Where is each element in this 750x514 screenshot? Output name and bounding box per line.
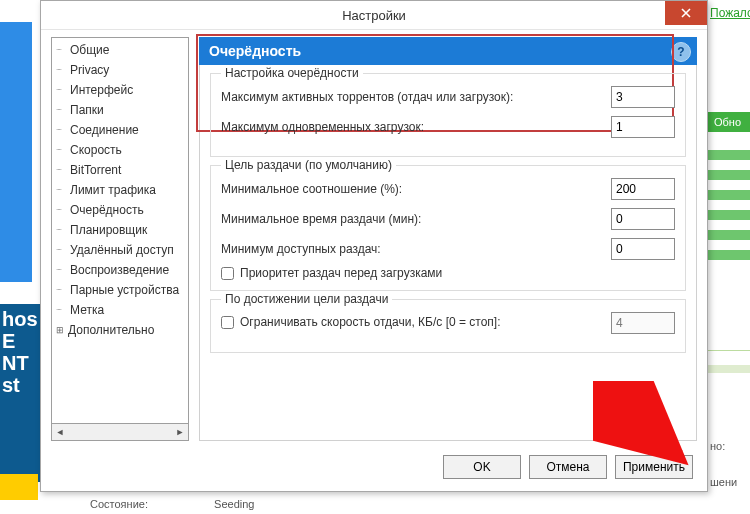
min-seeds-label: Минимум доступных раздач: [221, 242, 611, 256]
tree-item-label: BitTorrent [70, 161, 121, 179]
tree-item-label: Общие [70, 41, 109, 59]
tree-item-label: Папки [70, 101, 104, 119]
titlebar[interactable]: Настройки [41, 1, 707, 30]
tree-item-label: Воспроизведение [70, 261, 169, 279]
tree-item-label: Скорость [70, 141, 122, 159]
tree-item-label: Парные устройства [70, 281, 179, 299]
settings-panel: Очерёдность ? Настройка очерёдности Макс… [199, 37, 697, 441]
tree-item-label: Лимит трафика [70, 181, 156, 199]
tree-node-icon: ···· [56, 101, 70, 119]
bg-progress-bar [705, 230, 750, 240]
tree-item-7[interactable]: ····Лимит трафика [54, 180, 188, 200]
bg-top-link[interactable]: Пожало [710, 6, 750, 20]
scroll-right-icon[interactable]: ► [172, 425, 188, 439]
tree-item-2[interactable]: ····Интерфейс [54, 80, 188, 100]
min-seeds-input[interactable] [611, 238, 675, 260]
max-downloads-label: Максимум одновременных загрузок: [221, 120, 611, 134]
tree-item-5[interactable]: ····Скорость [54, 140, 188, 160]
tree-item-1[interactable]: ····Privacy [54, 60, 188, 80]
tree-item-14[interactable]: Дополнительно [54, 320, 188, 340]
goal-reached-group: По достижении цели раздачи Ограничивать … [210, 299, 686, 353]
tree-item-3[interactable]: ····Папки [54, 100, 188, 120]
max-active-input[interactable] [611, 86, 675, 108]
tree-node-icon: ···· [56, 241, 70, 259]
limit-upload-checkbox[interactable] [221, 316, 234, 329]
bg-ad-yellow [0, 474, 38, 500]
priority-check-row[interactable]: Приоритет раздач перед загрузками [221, 266, 675, 280]
tree-item-11[interactable]: ····Воспроизведение [54, 260, 188, 280]
close-button[interactable] [665, 1, 707, 25]
bg-blue-strip [0, 22, 32, 282]
bg-row [705, 365, 750, 373]
cancel-button[interactable]: Отмена [529, 455, 607, 479]
panel-title: Очерёдность [209, 43, 301, 59]
dialog-title: Настройки [342, 8, 406, 23]
bg-status-value: Seeding [214, 498, 254, 510]
bg-divider [705, 350, 750, 351]
settings-dialog: Настройки ····Общие····Privacy····Интерф… [40, 0, 708, 492]
tree-item-label: Соединение [70, 121, 139, 139]
bg-progress-bar [705, 170, 750, 180]
tree-item-0[interactable]: ····Общие [54, 40, 188, 60]
ok-button[interactable]: OK [443, 455, 521, 479]
bg-update-button[interactable]: Обно [705, 112, 750, 132]
tree-hscrollbar[interactable]: ◄ ► [51, 424, 189, 441]
bg-status-row: Состояние: Seeding [90, 498, 254, 510]
tree-node-icon: ···· [56, 161, 70, 179]
tree-item-label: Удалённый доступ [70, 241, 174, 259]
bg-status-label: Состояние: [90, 498, 148, 510]
bg-progress-bar [705, 150, 750, 160]
min-seedtime-label: Минимальное время раздачи (мин): [221, 212, 611, 226]
min-seedtime-input[interactable] [611, 208, 675, 230]
group-legend: Настройка очерёдности [221, 66, 363, 80]
tree-node-icon: ···· [56, 281, 70, 299]
queue-settings-group: Настройка очерёдности Максимум активных … [210, 73, 686, 157]
max-active-label: Максимум активных торрентов (отдач или з… [221, 90, 611, 104]
tree-node-icon: ···· [56, 61, 70, 79]
priority-check-label: Приоритет раздач перед загрузками [240, 266, 442, 280]
tree-node-icon: ···· [56, 301, 70, 319]
bg-ad-block: hos E NT st [0, 304, 42, 482]
tree-item-10[interactable]: ····Удалённый доступ [54, 240, 188, 260]
tree-node-icon: ···· [56, 141, 70, 159]
tree-node-icon: ···· [56, 221, 70, 239]
tree-item-6[interactable]: ····BitTorrent [54, 160, 188, 180]
seeding-goal-group: Цель раздачи (по умолчанию) Минимальное … [210, 165, 686, 291]
tree-node-icon: ···· [56, 261, 70, 279]
tree-item-label: Интерфейс [70, 81, 133, 99]
bg-info-text: но: [710, 440, 725, 452]
min-ratio-input[interactable] [611, 178, 675, 200]
tree-item-8[interactable]: ····Очерёдность [54, 200, 188, 220]
tree-node-icon: ···· [56, 81, 70, 99]
apply-button[interactable]: Применить [615, 455, 693, 479]
tree-node-icon: ···· [56, 121, 70, 139]
category-tree[interactable]: ····Общие····Privacy····Интерфейс····Пап… [51, 37, 189, 424]
bg-progress-bar [705, 250, 750, 260]
tree-item-13[interactable]: ····Метка [54, 300, 188, 320]
tree-item-label: Планировщик [70, 221, 147, 239]
limit-upload-check-row[interactable]: Ограничивать скорость отдачи, КБ/с [0 = … [221, 315, 611, 329]
category-tree-wrap: ····Общие····Privacy····Интерфейс····Пап… [51, 37, 189, 441]
priority-checkbox[interactable] [221, 267, 234, 280]
tree-item-label: Метка [70, 301, 104, 319]
help-button[interactable]: ? [671, 42, 691, 62]
dialog-buttons: OK Отмена Применить [443, 455, 693, 479]
panel-header: Очерёдность ? [199, 37, 697, 65]
group-legend: По достижении цели раздачи [221, 292, 392, 306]
tree-item-label: Privacy [70, 61, 109, 79]
group-legend: Цель раздачи (по умолчанию) [221, 158, 396, 172]
bg-progress-bar [705, 190, 750, 200]
tree-item-4[interactable]: ····Соединение [54, 120, 188, 140]
max-downloads-input[interactable] [611, 116, 675, 138]
tree-item-9[interactable]: ····Планировщик [54, 220, 188, 240]
tree-node-icon: ···· [56, 41, 70, 59]
scroll-left-icon[interactable]: ◄ [52, 425, 68, 439]
limit-upload-input [611, 312, 675, 334]
tree-item-label: Очерёдность [70, 201, 144, 219]
tree-item-12[interactable]: ····Парные устройства [54, 280, 188, 300]
min-ratio-label: Минимальное соотношение (%): [221, 182, 611, 196]
tree-item-label: Дополнительно [68, 321, 154, 339]
tree-node-icon: ···· [56, 181, 70, 199]
limit-upload-label: Ограничивать скорость отдачи, КБ/с [0 = … [240, 315, 611, 329]
bg-info-text: шени [710, 476, 737, 488]
